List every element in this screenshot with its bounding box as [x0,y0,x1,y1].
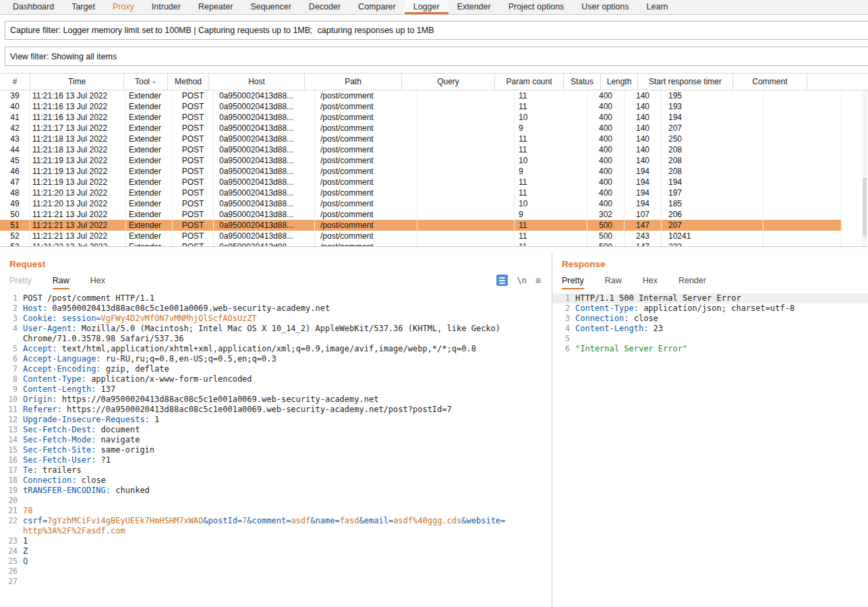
wrap-lines-icon[interactable] [496,274,508,286]
cell-start-response-timer: 197 [662,187,763,198]
cell-time: 11:21:18 13 Jul 2022 [30,134,126,144]
tab-user-options[interactable]: User options [573,0,637,14]
editor-line: 231 [0,536,552,546]
tab-learn[interactable]: Learn [638,0,677,14]
line-number: 26 [0,567,18,577]
cell-: 40 [0,101,30,112]
column-header-method[interactable]: Method [168,74,209,90]
cell-start-response-timer: 206 [662,209,763,220]
table-row[interactable]: 4711:21:19 13 Jul 2022ExtenderPOST0a9500… [0,177,868,187]
cell-tool: Extender [126,101,173,112]
table-row[interactable]: 4311:21:18 13 Jul 2022ExtenderPOST0a9500… [0,134,868,144]
column-header-[interactable]: # [0,74,30,90]
column-header-param-count[interactable]: Param count [495,74,564,90]
tab-repeater[interactable]: Repeater [190,0,241,14]
line-content: POST /post/comment HTTP/1.1 [18,293,154,304]
tab-proxy[interactable]: Proxy [104,0,143,14]
response-editor[interactable]: 1HTTP/1.1 500 Internal Server Error2Cont… [552,292,868,607]
column-header-query[interactable]: Query [402,74,495,90]
column-label: Method [175,77,202,86]
table-row[interactable]: 4111:21:16 13 Jul 2022ExtenderPOST0a9500… [0,112,868,123]
editor-menu-icon[interactable]: ≡ [536,275,541,286]
column-header-start-response-timer[interactable]: Start response timer [638,74,733,90]
cell-comment [763,112,842,123]
horizontal-splitter[interactable] [0,246,868,252]
line-content: Content-Type: application/x-www-form-url… [18,374,252,384]
table-row[interactable]: 4011:21:16 13 Jul 2022ExtenderPOST0a9500… [0,101,868,112]
column-header-length[interactable]: Length [601,74,638,90]
column-label: # [13,77,18,86]
response-title: Response [562,259,868,269]
column-header-tool[interactable]: Tool▲ [124,74,168,90]
table-row[interactable]: 4211:21:17 13 Jul 2022ExtenderPOST0a9500… [0,123,868,134]
editor-line: 4Content-Length: 23 [552,324,868,334]
cell-tool: Extender [126,144,173,155]
cell-path: /post/comment [315,166,417,177]
table-row[interactable]: 4511:21:19 13 Jul 2022ExtenderPOST0a9500… [0,155,868,166]
capture-filter-bar[interactable]: Capture filter: Logger memory limit set … [5,21,868,40]
tab-hex[interactable]: Hex [90,276,105,289]
tab-sequencer[interactable]: Sequencer [241,0,299,14]
tab-decoder[interactable]: Decoder [300,0,349,14]
line-content: User-Agent: Mozilla/5.0 (Macintosh; Inte… [18,324,500,334]
editor-line: http%3A%2F%2Fasdf.com [0,526,552,536]
tab-raw[interactable]: Raw [605,276,622,289]
tab-render[interactable]: Render [678,276,706,289]
table-row[interactable]: 4611:21:19 13 Jul 2022ExtenderPOST0a9500… [0,166,868,177]
tab-extender[interactable]: Extender [449,0,500,14]
view-filter-bar[interactable]: View filter: Showing all items [5,47,868,66]
top-tab-bar: DashboardTargetProxyIntruderRepeaterSequ… [0,0,868,15]
cell-status: 400 [587,166,625,177]
column-header-path[interactable]: Path [305,74,402,90]
table-row[interactable]: 5011:21:21 13 Jul 2022ExtenderPOST0a9500… [0,209,868,220]
tab-raw[interactable]: Raw [53,276,69,289]
table-scrollbar[interactable] [862,90,867,246]
table-row[interactable]: 4411:21:18 13 Jul 2022ExtenderPOST0a9500… [0,144,868,155]
table-row[interactable]: 5211:21:21 13 Jul 2022ExtenderPOST0a9500… [0,231,868,241]
cell-: 47 [0,177,30,187]
cell-status: 500 [587,241,625,246]
column-header-comment[interactable]: Comment [733,74,807,90]
cell-: 44 [0,144,30,155]
cell-comment [763,187,842,198]
table-row[interactable]: 5311:21:22 13 Jul 2022ExtenderPOST0a9500… [0,241,868,246]
table-scrollbar-thumb[interactable] [863,177,867,237]
cell-param-count: 11 [515,101,587,112]
cell-: 50 [0,209,30,220]
table-row[interactable]: 5111:21:21 13 Jul 2022ExtenderPOST0a9500… [0,220,868,231]
cell-: 39 [0,90,30,101]
line-content: tRANSFER-ENCODING: chunked [18,486,150,496]
tab-project-options[interactable]: Project options [500,0,573,14]
line-content: http%3A%2F%2Fasdf.com [18,526,125,536]
tab-intruder[interactable]: Intruder [143,0,190,14]
cell-query [417,209,515,220]
tab-logger[interactable]: Logger [405,0,449,14]
cell-status: 400 [587,155,625,166]
editor-line: 17Te: trailers [0,465,552,475]
line-number: 10 [0,395,18,405]
cell-param-count: 9 [515,123,587,134]
request-editor[interactable]: 1POST /post/comment HTTP/1.12Host: 0a950… [0,292,552,607]
cell-length: 194 [625,198,662,209]
cell-: 41 [0,112,30,123]
table-row[interactable]: 3911:21:16 13 Jul 2022ExtenderPOST0a9500… [0,90,868,101]
tab-hex[interactable]: Hex [643,276,658,289]
editor-line: 15Sec-Fetch-Site: same-origin [0,445,552,455]
column-header-time[interactable]: Time [30,74,124,90]
table-row[interactable]: 4811:21:20 13 Jul 2022ExtenderPOST0a9500… [0,187,868,198]
column-header-host[interactable]: Host [209,74,305,90]
tab-pretty[interactable]: Pretty [562,276,584,289]
show-newlines-icon[interactable]: \n [517,276,526,285]
cell-host: 0a9500020413d88... [214,177,315,187]
line-number: 3 [0,314,18,324]
cell-start-response-timer: 193 [662,101,763,112]
line-content [18,577,23,587]
tab-target[interactable]: Target [63,0,104,14]
table-row[interactable]: 4911:21:20 13 Jul 2022ExtenderPOST0a9500… [0,198,868,209]
tab-comparer[interactable]: Comparer [349,0,405,14]
line-content [570,334,575,344]
column-header-status[interactable]: Status [564,74,601,90]
cell-method: POST [173,220,214,231]
tab-pretty[interactable]: Pretty [9,276,32,289]
tab-dashboard[interactable]: Dashboard [4,0,63,14]
